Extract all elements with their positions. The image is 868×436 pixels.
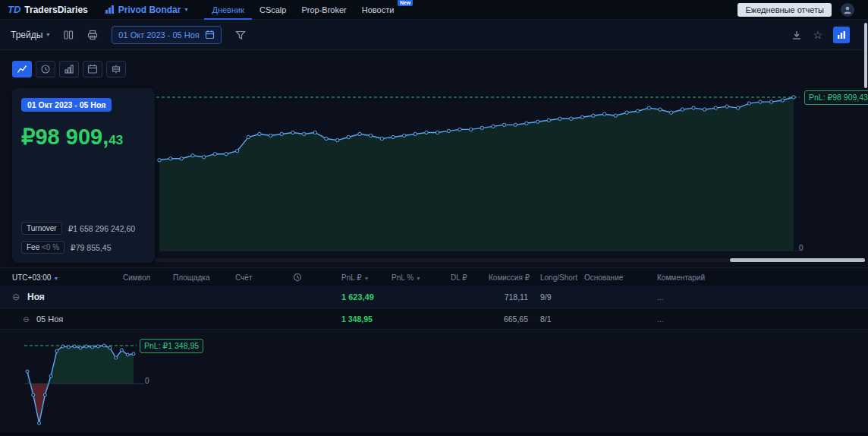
day-row-commission: 665,65 [467, 314, 528, 324]
summary-stats: Turnover ₽1 658 296 242,60 Fee <0 % ₽79 … [21, 216, 146, 254]
group-row-long-short: 9/9 [540, 292, 552, 302]
table-day-row-05-nov[interactable]: ⊖ 05 Ноя 1 348,95 665,65 8/1 ... [0, 308, 868, 330]
daily-reports-button[interactable]: Ежедневные отчеты [737, 3, 832, 17]
layout-columns-icon[interactable] [63, 30, 74, 40]
col-basis[interactable]: Основание [584, 273, 623, 281]
brand[interactable]: TD TradersDiaries [8, 4, 88, 15]
calendar-view-button[interactable] [83, 61, 102, 77]
box-plot-icon [111, 64, 121, 74]
workspace-selector[interactable]: Privod Bondar ▾ [105, 5, 188, 15]
col-pnl-rub-label: PnL ₽ [341, 273, 362, 281]
zero-axis-label-main: 0 [799, 244, 804, 252]
group-row-pnl: 1 623,49 [341, 292, 374, 302]
turnover-row: Turnover ₽1 658 296 242,60 [21, 222, 146, 235]
collapse-icon[interactable]: ⊖ [12, 292, 20, 302]
filter-icon[interactable] [235, 30, 246, 40]
brand-name: TradersDiaries [24, 5, 87, 15]
fee-label-text: Fee [27, 243, 39, 251]
clock-chart-button[interactable] [36, 61, 55, 77]
timezone-header[interactable]: UTC+03:00▼ [12, 273, 58, 281]
fee-percent: <0 % [42, 243, 59, 251]
fee-value: ₽79 855,45 [71, 243, 111, 252]
col-comment[interactable]: Комментарий [657, 273, 705, 281]
day-row-pnl: 1 348,95 [341, 314, 373, 324]
window-bottom-edge [0, 432, 868, 436]
charts-panel-button[interactable] [833, 27, 850, 43]
total-pnl-fraction: 43 [108, 133, 123, 147]
line-chart-button[interactable] [12, 61, 32, 77]
zero-axis-label-day: 0 [145, 377, 149, 385]
chevron-down-icon: ▾ [46, 31, 49, 38]
page-vertical-scrollbar[interactable] [864, 23, 867, 88]
col-pnl-pct-label: PnL % [392, 273, 414, 281]
bar-chart-icon [64, 64, 74, 74]
toolbar-right: ☆ [791, 27, 857, 43]
avatar[interactable] [841, 3, 854, 17]
trades-table-header: UTC+03:00▼ Символ Площадка Счёт PnL ₽▼ P… [0, 267, 868, 286]
main-pnl-chart[interactable] [155, 77, 801, 261]
total-pnl-whole: ₽98 909, [21, 125, 108, 149]
navbar-right: Ежедневные отчеты [737, 3, 860, 17]
trades-dropdown[interactable]: Трейды ▾ [11, 30, 49, 40]
col-long-short[interactable]: Long/Short [540, 273, 577, 281]
person-icon [843, 5, 852, 14]
print-icon[interactable] [87, 30, 98, 40]
tab-prop-broker[interactable]: Prop-Broker [294, 0, 354, 20]
collapse-icon[interactable]: ⊖ [23, 314, 29, 323]
col-symbol[interactable]: Символ [123, 273, 150, 281]
turnover-label: Turnover [21, 222, 62, 235]
summary-card: 01 Окт 2023 - 05 Ноя ₽98 909,43 Turnover… [12, 88, 155, 263]
day-row-comment: ... [657, 314, 664, 324]
date-range-label: 01 Окт 2023 - 05 Ноя [118, 30, 199, 39]
group-row-comment: ... [657, 292, 664, 302]
sort-desc-icon: ▼ [53, 275, 58, 280]
col-commission[interactable]: Комиссия ₽ [489, 273, 530, 281]
bar-chart-icon [837, 30, 846, 39]
brand-logo-icon: TD [8, 4, 20, 15]
clock-icon [40, 64, 51, 74]
box-chart-button[interactable] [106, 61, 126, 77]
fee-row: Fee <0 % ₽79 855,45 [21, 241, 146, 254]
tab-diary[interactable]: Дневник [204, 0, 252, 20]
star-icon[interactable]: ☆ [813, 30, 822, 40]
sort-desc-icon: ▼ [364, 275, 370, 280]
tab-news-label: Новости [362, 5, 395, 14]
calendar-icon [87, 64, 98, 74]
pnl-badge-day: PnL: ₽1 348,95 [140, 339, 203, 353]
bar-chart-button[interactable] [59, 61, 79, 77]
summary-date-badge: 01 Окт 2023 - 05 Ноя [21, 98, 112, 112]
pnl-badge-main: PnL: ₽98 909,43 [804, 90, 868, 105]
day-pnl-chart[interactable] [14, 333, 241, 436]
col-dl-rub[interactable]: DL ₽ [451, 273, 467, 281]
calendar-icon [205, 30, 215, 39]
col-pnl-rub[interactable]: PnL ₽▼ [341, 273, 370, 281]
top-navbar: TD TradersDiaries Privod Bondar ▾ Дневни… [0, 0, 868, 20]
clock-icon [293, 273, 302, 282]
total-pnl-value: ₽98 909,43 [21, 124, 146, 150]
chevron-down-icon: ▾ [184, 6, 187, 13]
col-pnl-pct[interactable]: PnL %▼ [392, 273, 421, 281]
new-badge: New [398, 0, 413, 6]
day-row-label: 05 Ноя [36, 314, 63, 324]
day-row-long-short: 8/1 [540, 314, 552, 324]
group-row-commission: 718,11 [467, 292, 528, 302]
workspace-name: Privod Bondar [118, 5, 181, 15]
sort-desc-icon: ▼ [416, 275, 421, 280]
tab-cscalp[interactable]: CScalp [252, 0, 294, 20]
chart-hscrollbar-thumb[interactable] [730, 258, 865, 262]
tab-news[interactable]: Новости New [354, 0, 402, 20]
col-duration-clock-icon[interactable] [293, 273, 302, 282]
col-platform[interactable]: Площадка [173, 273, 209, 281]
col-account[interactable]: Счёт [235, 273, 252, 281]
turnover-value: ₽1 658 296 242,60 [68, 224, 135, 233]
table-group-row-nov[interactable]: ⊖ Ноя 1 623,49 718,11 9/9 ... [0, 286, 868, 308]
main-tabs: Дневник CScalp Prop-Broker Новости New [204, 0, 414, 20]
date-range-picker[interactable]: 01 Окт 2023 - 05 Ноя [112, 26, 221, 44]
toolbar: Трейды ▾ 01 Окт 2023 - 05 Ноя ☆ [0, 20, 868, 50]
download-icon[interactable] [791, 30, 802, 40]
timezone-label: UTC+03:00 [12, 273, 51, 281]
workspace-icon [105, 5, 115, 14]
line-chart-icon [17, 64, 27, 74]
group-row-label: Ноя [27, 292, 45, 302]
fee-label: Fee <0 % [21, 241, 64, 254]
